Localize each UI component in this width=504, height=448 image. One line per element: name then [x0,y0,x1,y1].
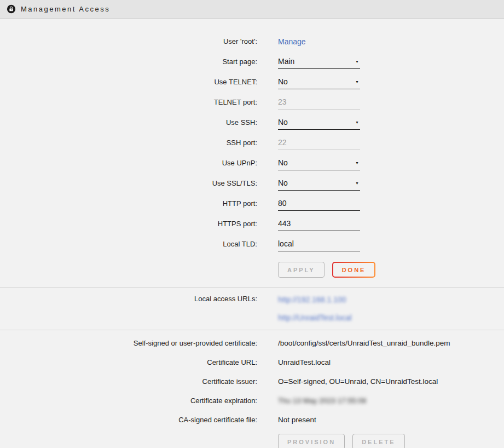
chevron-down-icon: ▼ [355,60,360,64]
chevron-down-icon: ▼ [355,181,360,185]
done-button[interactable]: DONE [332,262,376,278]
local-tld-input[interactable] [278,237,360,251]
telnet-port-input [278,95,360,110]
local-access-section: Local access URLs: http://192.168.1.100 … [0,288,504,330]
certificate-issuer-label: Certificate issuer: [0,377,257,386]
local-access-url-hostname[interactable]: http://UnraidTest.local [278,313,352,322]
chevron-down-icon: ▼ [355,161,360,165]
use-ssh-select[interactable]: No ▼ [278,116,360,130]
self-signed-certificate-label: Self-signed or user-provided certificate… [0,339,257,347]
local-access-urls-label: Local access URLs: [0,290,257,303]
user-root-label: User 'root': [0,37,257,45]
select-value: No [278,77,288,86]
use-ssh-label: Use SSH: [0,118,257,127]
use-ssl-tls-label: Use SSL/TLS: [0,179,257,187]
delete-button[interactable]: DELETE [352,434,404,448]
certificate-url-label: Certificate URL: [0,358,257,366]
page-title: Management Access [21,5,110,13]
provision-button[interactable]: PROVISION [278,434,345,448]
certificate-section: Self-signed or user-provided certificate… [0,330,504,448]
ssh-port-input [278,136,360,150]
select-value: Main [278,57,294,66]
http-port-input[interactable] [278,197,360,211]
select-value: No [278,118,288,127]
lock-icon [7,4,16,14]
chevron-down-icon: ▼ [355,120,360,124]
ca-signed-certificate-label: CA-signed certificate file: [0,416,257,424]
use-telnet-label: Use TELNET: [0,78,257,86]
chevron-down-icon: ▼ [355,80,360,84]
certificate-expiration-value: Thu 13 May 2023 17:55:08 [278,397,504,405]
select-value: No [278,179,288,187]
self-signed-certificate-value: /boot/config/ssl/certs/UnraidTest_unraid… [278,339,504,347]
certificate-url-value: UnraidTest.local [278,358,504,366]
http-port-label: HTTP port: [0,199,257,208]
local-access-url-ip[interactable]: http://192.168.1.100 [278,295,346,304]
certificate-expiration-label: Certificate expiration: [0,397,257,405]
local-tld-label: Local TLD: [0,240,257,248]
use-telnet-select[interactable]: No ▼ [278,75,360,89]
telnet-port-label: TELNET port: [0,98,257,106]
certificate-issuer-value: O=Self-signed, OU=Unraid, CN=UnraidTest.… [278,377,504,386]
https-port-label: HTTPS port: [0,220,257,228]
use-upnp-label: Use UPnP: [0,159,257,167]
manage-root-link[interactable]: Manage [278,37,306,46]
start-page-select[interactable]: Main ▼ [278,55,360,69]
use-ssl-tls-select[interactable]: No ▼ [278,176,360,191]
page-header: Management Access [0,0,504,19]
https-port-input[interactable] [278,217,360,231]
use-upnp-select[interactable]: No ▼ [278,156,360,170]
ssh-port-label: SSH port: [0,139,257,147]
select-value: No [278,158,288,167]
ca-signed-certificate-value: Not present [278,416,504,424]
management-access-form: User 'root': Manage Start page: Main ▼ U… [0,19,504,288]
apply-button[interactable]: APPLY [278,262,325,278]
start-page-label: Start page: [0,58,257,66]
